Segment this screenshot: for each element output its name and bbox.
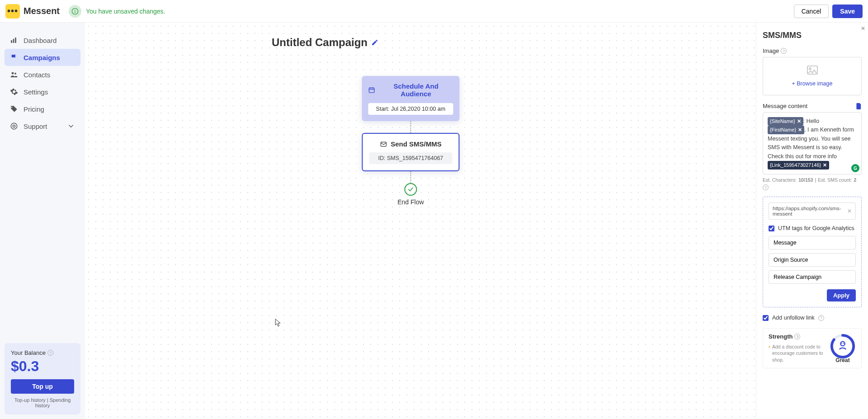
sms-body: ID: SMS_1595471764067 [369,152,452,164]
est-sms-value: 2 [854,177,856,183]
grammarly-icon[interactable]: G [851,164,859,172]
svg-point-21 [843,343,844,344]
message-content-label: Message content [763,103,807,109]
svg-point-7 [14,73,16,75]
schedule-body: Start: Jul 26,2020 10:00 am [368,103,453,115]
panel-title: SMS/MMS [763,31,862,40]
save-button[interactable]: Save [832,5,863,18]
balance-label: Your Balance [11,349,46,356]
strength-tip: Add a discount code to encourage custome… [769,344,826,363]
sidebar-item-support[interactable]: Support [5,118,80,135]
end-flow-label: End Flow [397,198,424,206]
link-row[interactable]: https://apps.shopify.com/sms-messent ✕ [769,202,856,220]
image-placeholder-icon [768,66,857,76]
chevron-down-icon [67,122,75,130]
link-url: https://apps.shopify.com/sms-messent [773,206,847,217]
sidebar-item-pricing[interactable]: Pricing [5,100,80,118]
connector [410,171,411,183]
message-editor[interactable]: {SiteName}✕: Hello {FirstName}✕, I am Ke… [763,112,862,174]
sidebar-item-settings[interactable]: Settings [5,83,80,100]
unfollow-row[interactable]: Add unfollow link ? [763,315,862,321]
connector [410,121,411,133]
svg-point-1 [75,9,75,10]
variable-chip-link[interactable]: {Link_1595473027146}✕ [768,161,829,169]
unfollow-label: Add unfollow link [772,315,815,321]
flag-icon [10,53,18,61]
utm-source-input[interactable] [769,253,856,267]
topup-history-link[interactable]: Top-up history [14,397,46,403]
utm-label: UTM tags for Google Analytics [778,225,854,231]
utm-message-input[interactable] [769,236,856,250]
est-sms-label: Est. SMS count: [818,177,852,183]
brand-icon: ••• [5,4,20,19]
sidebar-item-label: Support [24,122,47,130]
sidebar-item-contacts[interactable]: Contacts [5,66,80,83]
svg-point-16 [809,68,811,70]
sidebar-item-label: Contacts [24,71,50,79]
svg-point-6 [12,72,14,75]
help-icon[interactable]: ? [47,350,53,356]
utm-campaign-input[interactable] [769,270,856,284]
variable-chip-firstname[interactable]: {FirstName}✕ [768,126,804,134]
svg-rect-10 [369,88,374,92]
schedule-node[interactable]: Schedule And Audience Start: Jul 26,2020… [362,76,459,121]
template-icon[interactable] [856,103,862,109]
sidebar-item-label: Dashboard [24,37,57,44]
utm-checkbox-row[interactable]: UTM tags for Google Analytics [769,225,856,231]
svg-rect-5 [15,38,16,43]
svg-rect-4 [13,39,14,43]
strength-card: Strength ? Add a discount code to encour… [763,328,862,368]
sidebar: Dashboard Campaigns Contacts Settings Pr… [0,23,85,419]
mouse-cursor [275,319,281,328]
end-flow-node: End Flow [397,183,424,206]
sms-node[interactable]: Send SMS/MMS ID: SMS_1595471764067 [362,133,459,171]
remove-chip-icon: ✕ [798,126,802,134]
svg-point-20 [841,343,842,344]
est-chars-label: Est. Characters: [763,177,797,183]
remove-chip-icon: ✕ [797,118,801,125]
unfollow-checkbox[interactable] [763,315,769,321]
schedule-head: Schedule And Audience [379,82,453,98]
help-icon[interactable]: ? [794,334,800,339]
balance-amount: $0.3 [11,358,74,375]
campaign-title-text: Untitled Campaign [272,36,368,49]
alert-text: You have unsaved changes. [86,8,165,15]
brand-logo[interactable]: ••• Messent [5,4,60,19]
chart-icon [10,36,18,44]
svg-point-9 [13,125,15,127]
info-icon [69,5,81,18]
sidebar-item-dashboard[interactable]: Dashboard [5,32,80,49]
calendar-icon [368,86,375,94]
topbar: ••• Messent You have unsaved changes. Ca… [0,0,868,23]
edit-icon[interactable] [371,39,378,46]
browse-image-link[interactable]: Browse image [792,80,833,87]
lifebuoy-icon [10,122,18,130]
help-icon[interactable]: ? [781,48,787,54]
remove-link-icon[interactable]: ✕ [847,208,852,214]
envelope-icon [380,141,387,148]
flow-canvas[interactable]: Untitled Campaign Schedule And Audience … [85,23,756,419]
sidebar-item-campaigns[interactable]: Campaigns [5,49,80,66]
help-icon[interactable]: ? [763,184,769,190]
brand-name: Messent [24,6,60,16]
sidebar-item-label: Campaigns [24,54,60,61]
sidebar-item-label: Pricing [24,105,44,113]
apply-button[interactable]: Apply [827,289,856,301]
image-dropzone[interactable]: Browse image [763,57,862,95]
help-icon[interactable]: ? [818,315,824,321]
check-icon [404,183,417,196]
topup-button[interactable]: Top up [11,379,74,394]
sms-settings-panel: ✕ SMS/MMS Image ? Browse image Message c… [756,23,868,419]
svg-rect-2 [75,11,75,13]
sidebar-item-label: Settings [24,88,48,96]
close-icon[interactable]: ✕ [861,25,865,32]
unsaved-alert: You have unsaved changes. [69,5,165,18]
utm-checkbox[interactable] [769,226,774,231]
variable-chip-sitename[interactable]: {SiteName}✕ [768,117,803,126]
sms-head: Send SMS/MMS [391,140,442,148]
strength-gauge: Great [830,333,856,363]
users-icon [10,71,18,79]
cancel-button[interactable]: Cancel [794,5,829,18]
strength-label: Strength [769,333,793,340]
svg-point-19 [840,342,845,346]
